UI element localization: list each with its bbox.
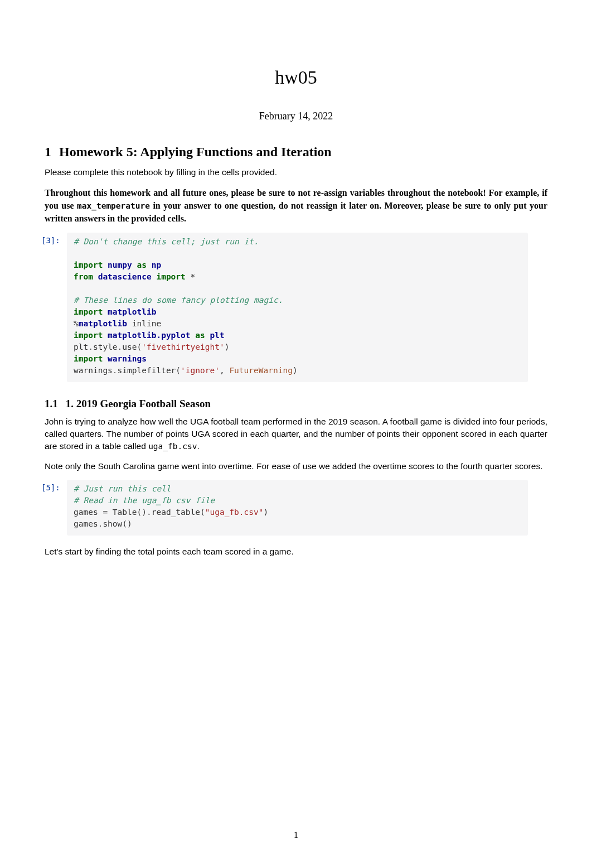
paragraph-2: Note only the South Carolina game went i… — [45, 460, 547, 472]
code-comment: # Read in the uga_fb csv file — [74, 496, 215, 505]
page-number: 1 — [0, 830, 592, 840]
code-alias: plt — [205, 331, 225, 340]
paragraph-1: John is trying to analyze how well the U… — [45, 416, 547, 452]
code-alias: np — [147, 261, 161, 269]
code-call: Table() — [108, 508, 147, 517]
code-percent: % — [74, 319, 79, 328]
code-string: "uga_fb.csv" — [205, 508, 264, 517]
code-cell-wrap-2: [5]: # Just run this cell # Read in the … — [67, 480, 528, 536]
code-keyword: from — [74, 272, 93, 281]
code-keyword: as — [132, 261, 147, 269]
code-string: 'fivethirtyeight' — [142, 343, 224, 351]
code-keyword: import — [74, 354, 103, 363]
code-dot: . — [147, 508, 152, 517]
code-keyword: import — [74, 307, 103, 316]
code-dot: . — [113, 366, 118, 375]
code-ident: games — [74, 519, 98, 528]
paragraph-1-text-b: . — [197, 441, 199, 451]
subsection-number: 1.1 — [45, 398, 58, 409]
code-module: warnings — [103, 354, 147, 363]
document-date: February 14, 2022 — [45, 110, 547, 122]
code-magic-arg: inline — [132, 319, 161, 328]
section-title: Homework 5: Applying Functions and Itera… — [59, 144, 332, 159]
code-ident: style — [93, 343, 118, 351]
intro-paragraph: Please complete this notebook by filling… — [45, 166, 547, 179]
code-comment: # These lines do some fancy plotting mag… — [74, 296, 283, 305]
code-close-paren: ) — [225, 343, 230, 351]
cell-prompt: [5]: — [41, 483, 60, 492]
code-ident: plt — [74, 343, 88, 351]
code-magic: matplotlib — [79, 319, 132, 328]
subsection-title: 1. 2019 Georgia Football Season — [66, 398, 211, 409]
code-cell-1: [3]: # Don't change this cell; just run … — [67, 233, 528, 382]
subsection-heading: 1.11. 2019 Georgia Football Season — [45, 398, 547, 410]
cell-prompt: [3]: — [41, 236, 60, 245]
code-call: read_table( — [152, 508, 205, 517]
code-call: simplefilter( — [118, 366, 181, 375]
warning-paragraph: Throughout this homework and all future … — [45, 186, 547, 225]
code-comment: # Don't change this cell; just run it. — [74, 237, 259, 246]
code-cell-2: [5]: # Just run this cell # Read in the … — [67, 480, 528, 536]
code-module: numpy — [103, 261, 132, 269]
code-star: * — [186, 272, 195, 281]
code-module: datascience — [93, 272, 152, 281]
code-string: 'ignore' — [181, 366, 220, 375]
code-cell-wrap-1: [3]: # Don't change this cell; just run … — [67, 233, 528, 382]
code-dot: . — [88, 343, 93, 351]
code-close-paren: ) — [293, 366, 298, 375]
code-module: matplotlib — [103, 307, 156, 316]
section-heading: 1Homework 5: Applying Functions and Iter… — [45, 144, 547, 160]
code-keyword: as — [191, 331, 205, 340]
code-keyword: import — [74, 261, 103, 269]
code-keyword: import — [74, 331, 103, 340]
inline-code-max-temperature: max_temperature — [77, 201, 150, 210]
code-module: matplotlib.pyplot — [103, 331, 190, 340]
code-call: use( — [122, 343, 142, 351]
section-number: 1 — [45, 144, 51, 159]
paragraph-1-text-a: John is trying to analyze how well the U… — [45, 417, 547, 450]
code-ident: warnings — [74, 366, 113, 375]
document-title: hw05 — [45, 67, 547, 88]
code-call: show() — [103, 519, 132, 528]
inline-code-csv: uga_fb.csv — [148, 442, 197, 451]
code-equals: = — [103, 508, 108, 517]
page: hw05 February 14, 2022 1Homework 5: Appl… — [0, 0, 592, 868]
paragraph-3: Let's start by finding the total points … — [45, 546, 547, 558]
code-close-paren: ) — [264, 508, 269, 517]
code-builtin: FutureWarning — [229, 366, 293, 375]
code-ident: games — [74, 508, 103, 517]
code-comma: , — [220, 366, 229, 375]
code-comment: # Just run this cell — [74, 484, 171, 493]
code-keyword: import — [152, 272, 186, 281]
